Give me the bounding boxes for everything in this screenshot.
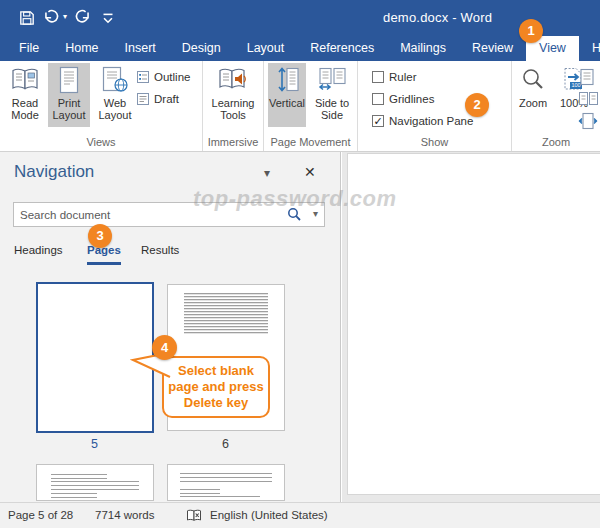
redo-icon[interactable] [74, 9, 92, 27]
callout-step-1-badge: 1 [519, 19, 543, 43]
draft-button[interactable]: Draft [136, 90, 179, 107]
tab-home[interactable]: Home [52, 36, 111, 61]
undo-dropdown-caret[interactable]: ▾ [63, 12, 67, 21]
gridlines-checkbox-box[interactable] [372, 93, 384, 105]
navigation-close-icon[interactable]: ✕ [304, 164, 316, 180]
page-info[interactable]: Page 5 of 28 [8, 503, 73, 528]
word-count[interactable]: 7714 words [95, 503, 154, 528]
tab-help[interactable]: Help [579, 36, 600, 61]
zoom-button[interactable]: Zoom [514, 63, 552, 127]
tab-insert[interactable]: Insert [112, 36, 169, 61]
search-input[interactable] [20, 205, 270, 224]
print-layout-icon [58, 63, 80, 97]
web-layout-label: Web Layout [92, 97, 138, 121]
learning-tools-button[interactable]: Learning Tools [206, 63, 260, 127]
search-box: ▾ [13, 202, 325, 227]
learning-tools-label: Learning Tools [206, 97, 260, 121]
print-layout-button[interactable]: Print Layout [48, 63, 90, 127]
outline-label: Outline [154, 71, 190, 83]
draft-label: Draft [154, 93, 179, 105]
document-area [342, 152, 600, 502]
zoom-icon [520, 63, 546, 97]
tab-results[interactable]: Results [141, 244, 179, 262]
gridlines-label: Gridlines [389, 93, 434, 105]
web-layout-icon [101, 63, 129, 97]
outline-icon [136, 70, 150, 84]
page-5-number: 5 [36, 437, 153, 451]
vertical-button[interactable]: Vertical [268, 63, 306, 127]
callout-step-2-badge: 2 [465, 93, 489, 117]
ribbon-tab-bar: File Home Insert Design Layout Reference… [0, 36, 600, 61]
navigation-pane-label: Navigation Pane [389, 115, 473, 127]
read-mode-label: Read Mode [4, 97, 46, 121]
navigation-pane-checkbox-box[interactable]: ✓ [372, 115, 384, 127]
page-7-thumbnail[interactable] [36, 464, 154, 501]
ruler-label: Ruler [389, 71, 416, 83]
navigation-tabs: Headings Pages Results [0, 240, 340, 268]
search-options-caret-icon[interactable]: ▾ [313, 208, 318, 219]
web-layout-button[interactable]: Web Layout [92, 63, 138, 127]
page-6-content-lines [184, 293, 268, 335]
callout-step-4-badge: 4 [152, 335, 177, 360]
side-to-side-icon [317, 63, 347, 97]
one-page-icon[interactable] [578, 68, 598, 86]
tab-layout[interactable]: Layout [234, 36, 298, 61]
search-icon[interactable] [287, 207, 302, 222]
document-title: demo.docx - Word [383, 10, 492, 25]
ribbon: Read Mode Print Layout [0, 61, 600, 152]
tab-headings[interactable]: Headings [14, 244, 63, 262]
navigation-options-chevron-icon[interactable]: ▾ [264, 166, 270, 180]
ribbon-group-views: Read Mode Print Layout [0, 61, 203, 151]
read-mode-icon [10, 63, 40, 97]
gridlines-checkbox[interactable]: Gridlines [372, 91, 434, 107]
proofing-status-icon[interactable] [186, 509, 202, 523]
tab-design[interactable]: Design [169, 36, 234, 61]
side-to-side-label: Side to Side [310, 97, 354, 121]
tab-mailings[interactable]: Mailings [387, 36, 459, 61]
zoom-label: Zoom [519, 97, 547, 109]
navigation-pane-checkbox[interactable]: ✓ Navigation Pane [372, 113, 473, 129]
immersive-group-label: Immersive [203, 136, 263, 148]
draft-icon [136, 92, 150, 106]
page-movement-group-label: Page Movement [264, 136, 357, 148]
window-titlebar: ▾ demo.docx - Word [0, 0, 600, 36]
save-icon[interactable] [18, 9, 36, 27]
document-page[interactable] [347, 153, 600, 495]
status-bar: Page 5 of 28 7714 words English (United … [0, 502, 600, 528]
vertical-label: Vertical [269, 97, 305, 109]
navigation-pane: Navigation ▾ ✕ ▾ Headings Pages Results … [0, 152, 341, 502]
vertical-icon [274, 63, 300, 97]
side-to-side-button[interactable]: Side to Side [310, 63, 354, 127]
word-window: ▾ demo.docx - Word File Home Insert Desi… [0, 0, 600, 528]
learning-tools-icon [218, 63, 248, 97]
navigation-pane-title: Navigation [14, 162, 94, 182]
outline-button[interactable]: Outline [136, 68, 190, 85]
tab-file[interactable]: File [6, 36, 52, 61]
undo-icon[interactable] [42, 9, 60, 27]
callout-step-3-badge: 3 [88, 224, 112, 248]
ruler-checkbox-box[interactable] [372, 71, 384, 83]
ruler-checkbox[interactable]: Ruler [372, 69, 416, 85]
read-mode-button[interactable]: Read Mode [4, 63, 46, 127]
show-group-label: Show [358, 136, 511, 148]
ribbon-group-immersive: Learning Tools Immersive [203, 61, 264, 151]
tab-references[interactable]: References [297, 36, 387, 61]
multiple-pages-icon[interactable] [578, 90, 598, 108]
ribbon-group-zoom: Zoom 100 100% [512, 61, 600, 151]
ribbon-group-page-movement: Vertical Side to Side Page Movement [264, 61, 358, 151]
print-layout-label: Print Layout [48, 97, 90, 121]
page-width-icon[interactable] [578, 112, 598, 130]
views-group-label: Views [0, 136, 202, 148]
customize-quick-access-icon[interactable] [99, 11, 117, 29]
callout-bubble: Select blank page and press Delete key [162, 356, 270, 418]
tab-review[interactable]: Review [459, 36, 526, 61]
page-8-thumbnail[interactable] [167, 464, 285, 501]
page-6-number: 6 [167, 437, 284, 451]
language-status[interactable]: English (United States) [210, 503, 328, 528]
zoom-group-label: Zoom [512, 136, 600, 148]
